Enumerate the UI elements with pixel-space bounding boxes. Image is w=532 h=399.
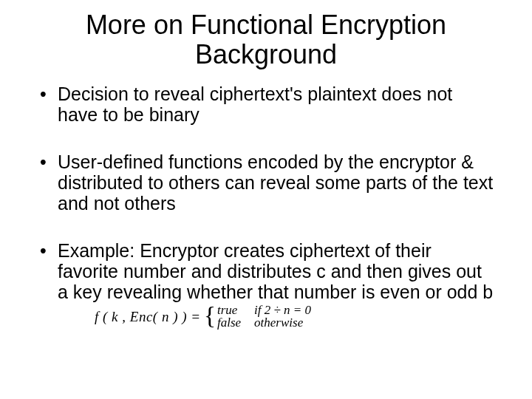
formula-lhs: f ( k , Enc( n ) ) = bbox=[95, 309, 201, 324]
bullet-item: Example: Encryptor creates ciphertext of… bbox=[35, 240, 497, 330]
case-condition: otherwise bbox=[254, 316, 311, 330]
slide: More on Functional Encryption Background… bbox=[0, 0, 532, 399]
bullet-list: Decision to reveal ciphertext's plaintex… bbox=[35, 83, 497, 330]
case-value: true bbox=[217, 304, 241, 317]
slide-title: More on Functional Encryption Background bbox=[35, 10, 497, 70]
bullet-item: Decision to reveal ciphertext's plaintex… bbox=[35, 83, 497, 125]
formula-row: f ( k , Enc( n ) ) = { true if 2 ÷ n = 0… bbox=[58, 304, 497, 330]
formula: f ( k , Enc( n ) ) = { true if 2 ÷ n = 0… bbox=[95, 304, 311, 330]
bullet-text: User-defined functions encoded by the en… bbox=[58, 151, 493, 214]
brace-icon: { bbox=[204, 303, 216, 328]
bullet-item: User-defined functions encoded by the en… bbox=[35, 151, 497, 214]
case-condition: if 2 ÷ n = 0 bbox=[254, 304, 311, 317]
formula-cases: true if 2 ÷ n = 0 false otherwise bbox=[217, 304, 311, 330]
bullet-text: Decision to reveal ciphertext's plaintex… bbox=[58, 83, 452, 125]
title-line-1: More on Functional Encryption bbox=[86, 10, 446, 40]
bullet-text: Example: Encryptor creates ciphertext of… bbox=[58, 240, 493, 302]
title-line-2: Background bbox=[195, 39, 337, 69]
case-value: false bbox=[217, 316, 241, 330]
